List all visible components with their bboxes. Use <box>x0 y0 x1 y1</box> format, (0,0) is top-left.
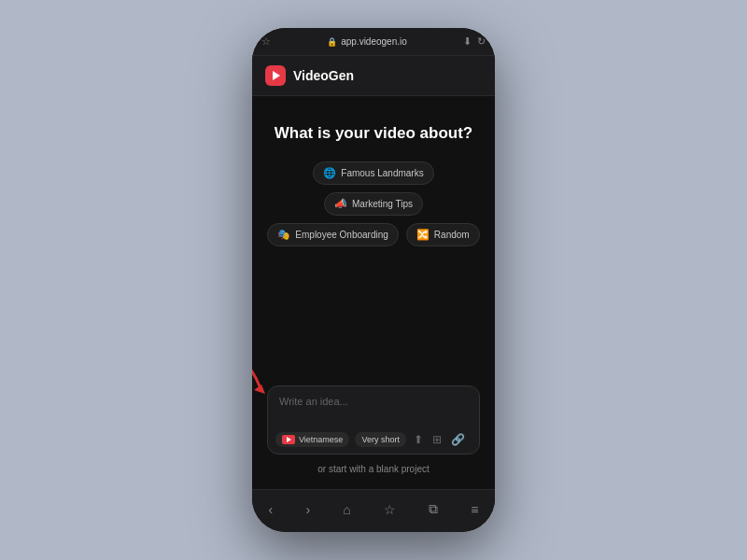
link-icon[interactable]: 🔗 <box>449 431 467 448</box>
vietnamese-flag <box>282 435 295 444</box>
suggestion-landmarks[interactable]: 🌐 Famous Landmarks <box>313 161 433 185</box>
home-button[interactable]: ⌂ <box>335 498 358 521</box>
grid-icon[interactable]: ⊞ <box>430 431 444 448</box>
browser-chrome: ☆ 🔒 app.videogen.io ⬇ ↻ <box>252 28 495 56</box>
browser-url-bar[interactable]: 🔒 app.videogen.io <box>276 36 458 47</box>
lock-icon: 🔒 <box>327 37 337 47</box>
back-button[interactable]: ‹ <box>261 498 281 521</box>
upload-icon[interactable]: ⬆ <box>412 431 425 448</box>
browser-actions: ⬇ ↻ <box>463 35 486 48</box>
app-title: VideoGen <box>293 68 354 83</box>
flag-star <box>287 437 291 442</box>
onboarding-label: Employee Onboarding <box>295 230 388 240</box>
suggestion-random[interactable]: 🔀 Random <box>406 223 480 246</box>
bookmarks-button[interactable]: ☆ <box>376 498 403 521</box>
tabs-button[interactable]: ⧉ <box>421 497 445 521</box>
menu-button[interactable]: ≡ <box>463 498 486 521</box>
landmarks-label: Famous Landmarks <box>341 168 423 178</box>
main-content: What is your video about? 🌐 Famous Landm… <box>252 96 495 489</box>
idea-text-input[interactable] <box>268 386 479 424</box>
landmarks-icon: 🌐 <box>323 167 336 179</box>
forward-button[interactable]: › <box>298 498 317 521</box>
app-logo <box>265 65 286 86</box>
random-icon: 🔀 <box>416 229 430 241</box>
bottom-navigation: ‹ › ⌂ ☆ ⧉ ≡ <box>252 489 495 532</box>
phone-device: ☆ 🔒 app.videogen.io ⬇ ↻ VideoGen What is… <box>252 28 495 532</box>
star-icon[interactable]: ☆ <box>261 35 271 48</box>
onboarding-icon: 🎭 <box>277 229 290 241</box>
app-header: VideoGen <box>252 56 495 96</box>
download-icon[interactable]: ⬇ <box>463 35 472 48</box>
play-icon <box>273 71 280 80</box>
marketing-label: Marketing Tips <box>352 199 413 209</box>
phone-screen: ☆ 🔒 app.videogen.io ⬇ ↻ VideoGen What is… <box>252 28 495 532</box>
blank-project-link[interactable]: or start with a blank project <box>317 464 430 474</box>
refresh-icon[interactable]: ↻ <box>477 35 486 48</box>
duration-selector[interactable]: Very short <box>355 432 406 447</box>
language-label: Vietnamese <box>299 435 343 444</box>
input-toolbar: Vietnamese Very short ⬆ ⊞ 🔗 <box>268 427 479 454</box>
suggestions-grid: 🌐 Famous Landmarks 📣 Marketing Tips 🎭 Em… <box>267 161 480 246</box>
marketing-icon: 📣 <box>334 198 347 210</box>
url-text: app.videogen.io <box>341 36 407 47</box>
idea-input-area: Vietnamese Very short ⬆ ⊞ 🔗 <box>267 385 480 455</box>
language-selector[interactable]: Vietnamese <box>275 432 349 447</box>
suggestion-onboarding[interactable]: 🎭 Employee Onboarding <box>267 223 399 246</box>
random-label: Random <box>434 230 470 240</box>
page-title: What is your video about? <box>275 124 473 143</box>
duration-label: Very short <box>361 435 400 444</box>
suggestion-marketing[interactable]: 📣 Marketing Tips <box>324 192 423 216</box>
